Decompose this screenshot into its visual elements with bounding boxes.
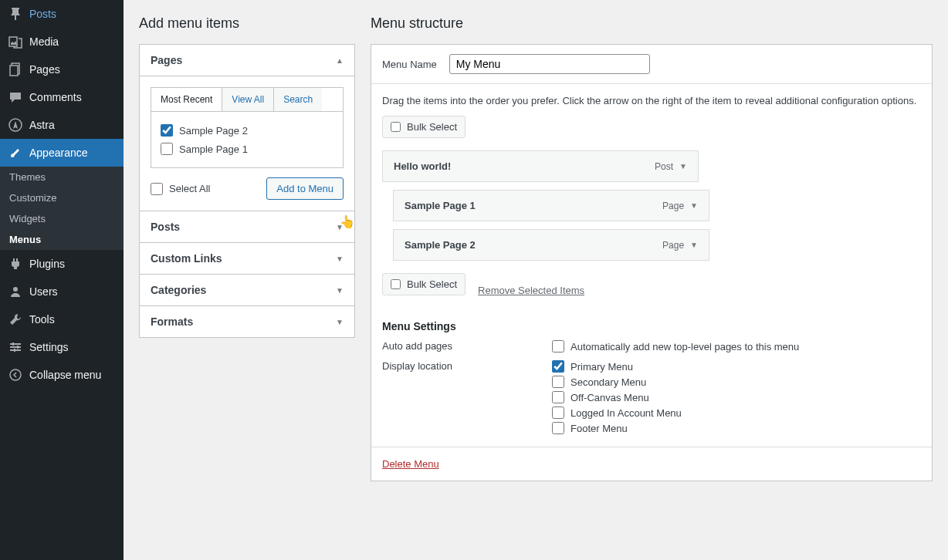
chevron-down-icon: ▼ [336, 286, 344, 295]
chevron-down-icon[interactable]: ▼ [690, 201, 698, 210]
accordion-label: Custom Links [151, 252, 222, 265]
location-offcanvas[interactable]: Off-Canvas Menu [552, 390, 921, 405]
page-checkbox[interactable] [161, 124, 173, 137]
submenu-widgets[interactable]: Widgets [0, 208, 124, 229]
auto-add-label: Auto add pages [382, 339, 552, 354]
sidebar-item-pages[interactable]: Pages [0, 56, 124, 83]
remove-selected-link[interactable]: Remove Selected Items [478, 285, 584, 296]
collapse-icon [8, 367, 23, 383]
menu-item-title: Sample Page 1 [405, 200, 476, 211]
brush-icon [8, 145, 23, 160]
users-icon [8, 284, 23, 299]
auto-add-option[interactable]: Automatically add new top-level pages to… [552, 339, 921, 354]
media-icon [8, 34, 23, 49]
sidebar-item-tools[interactable]: Tools [0, 305, 124, 333]
sidebar-item-label: Pages [29, 63, 60, 76]
location-footer[interactable]: Footer Menu [552, 420, 921, 436]
sidebar-item-collapse[interactable]: Collapse menu [0, 361, 124, 389]
submenu-customize[interactable]: Customize [0, 187, 124, 208]
sidebar-item-appearance[interactable]: Appearance [0, 139, 124, 167]
menu-edit-panel: Menu Name Drag the items into the order … [371, 44, 933, 481]
svg-rect-5 [10, 343, 21, 345]
location-checkbox[interactable] [552, 376, 564, 388]
location-checkbox[interactable] [552, 360, 564, 373]
tab-search[interactable]: Search [274, 88, 322, 111]
drag-hint: Drag the items into the order you prefer… [382, 95, 921, 106]
sidebar-item-plugins[interactable]: Plugins [0, 250, 124, 278]
accordion-formats-header[interactable]: Formats▼ [140, 305, 354, 337]
location-secondary[interactable]: Secondary Menu [552, 374, 921, 390]
svg-point-11 [10, 369, 21, 380]
tab-most-recent[interactable]: Most Recent [151, 88, 222, 111]
location-logged-in[interactable]: Logged In Account Menu [552, 405, 921, 420]
option-label: Off-Canvas Menu [570, 392, 649, 403]
option-label: Footer Menu [570, 423, 628, 434]
select-all[interactable]: Select All [151, 180, 210, 198]
menu-name-input[interactable] [449, 54, 650, 74]
menu-structure-heading: Menu structure [371, 15, 933, 32]
settings-icon [8, 339, 23, 355]
accordion-custom-links-header[interactable]: Custom Links▼ [140, 242, 354, 274]
chevron-down-icon: ▼ [336, 223, 344, 231]
sidebar-item-label: Astra [29, 119, 55, 131]
accordion-posts-header[interactable]: Posts▼ [140, 211, 354, 242]
comments-icon [8, 89, 23, 105]
bulk-select-top[interactable]: Bulk Select [382, 116, 466, 138]
sidebar-item-posts[interactable]: Posts [0, 0, 124, 28]
sidebar-item-astra[interactable]: Astra [0, 111, 124, 139]
location-checkbox[interactable] [552, 422, 564, 434]
astra-icon [8, 117, 23, 133]
bulk-select-label: Bulk Select [407, 278, 457, 290]
sidebar-item-label: Settings [29, 341, 69, 353]
location-primary[interactable]: Primary Menu [552, 359, 921, 374]
page-item-1[interactable]: Sample Page 1 [161, 140, 333, 158]
sidebar-item-settings[interactable]: Settings [0, 333, 124, 361]
add-to-menu-button[interactable]: Add to Menu [266, 177, 344, 200]
sidebar-item-label: Users [29, 285, 58, 298]
tab-view-all[interactable]: View All [222, 88, 274, 111]
accordion-categories-header[interactable]: Categories▼ [140, 274, 354, 305]
sidebar-item-comments[interactable]: Comments [0, 83, 124, 111]
chevron-down-icon: ▼ [336, 255, 344, 263]
svg-rect-10 [14, 349, 15, 352]
option-label: Primary Menu [570, 361, 633, 373]
chevron-up-icon: ▲ [336, 56, 344, 65]
bulk-select-checkbox[interactable] [391, 279, 401, 289]
select-all-checkbox[interactable] [151, 183, 163, 195]
accordion: Pages▲ Most Recent View All Search Sampl… [139, 44, 355, 338]
menu-item-2[interactable]: Sample Page 2 Page▼ [393, 229, 709, 261]
page-label: Sample Page 2 [179, 125, 248, 137]
submenu-menus[interactable]: Menus [0, 229, 124, 250]
accordion-label: Pages [151, 54, 182, 66]
accordion-label: Categories [151, 284, 206, 296]
menu-name-label: Menu Name [382, 59, 437, 70]
option-label: Logged In Account Menu [570, 407, 682, 419]
menu-item-0[interactable]: Hello world! Post▼ [382, 150, 699, 182]
page-item-0[interactable]: Sample Page 2 [161, 121, 333, 140]
delete-menu-link[interactable]: Delete Menu [382, 458, 439, 470]
display-location-options: Primary Menu Secondary Menu Off-Canvas M… [552, 359, 921, 436]
svg-rect-8 [12, 342, 14, 346]
appearance-submenu: Themes Customize Widgets Menus [0, 167, 124, 250]
plugin-icon [8, 256, 23, 272]
menu-item-type: Post▼ [655, 161, 687, 172]
location-checkbox[interactable] [552, 391, 564, 403]
sidebar-item-label: Comments [29, 91, 82, 103]
menu-item-1[interactable]: Sample Page 1 Page▼ [393, 190, 709, 221]
option-label: Automatically add new top-level pages to… [570, 341, 799, 353]
bulk-select-bottom[interactable]: Bulk Select [382, 273, 466, 295]
tab-body: Sample Page 2 Sample Page 1 [151, 111, 344, 168]
select-all-label: Select All [169, 183, 210, 194]
location-checkbox[interactable] [552, 407, 564, 419]
chevron-down-icon[interactable]: ▼ [690, 241, 698, 249]
auto-add-checkbox[interactable] [552, 340, 564, 353]
chevron-down-icon[interactable]: ▼ [679, 162, 687, 170]
accordion-pages-body: Most Recent View All Search Sample Page … [140, 76, 354, 211]
page-checkbox[interactable] [161, 143, 173, 155]
sidebar-item-media[interactable]: Media [0, 28, 124, 56]
bulk-select-checkbox[interactable] [391, 122, 401, 132]
pages-icon [8, 62, 23, 77]
sidebar-item-users[interactable]: Users [0, 278, 124, 305]
submenu-themes[interactable]: Themes [0, 167, 124, 187]
accordion-pages-header[interactable]: Pages▲ [140, 45, 354, 76]
